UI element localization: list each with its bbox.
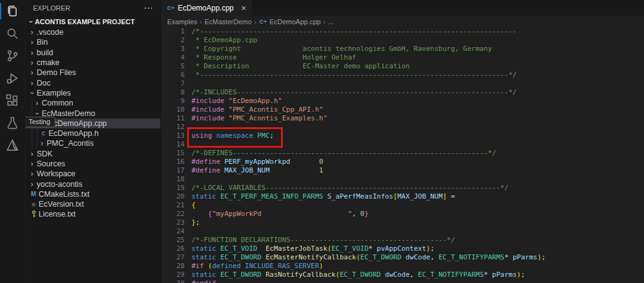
tree-item-ecdemoapp-h[interactable]: CEcDemoApp.h xyxy=(25,128,160,138)
tree-item-build[interactable]: ›build xyxy=(25,48,160,58)
activity-item-testing[interactable] xyxy=(0,112,25,134)
code-token: , xyxy=(352,210,360,218)
tree-item-doc[interactable]: ›Doc xyxy=(25,78,160,88)
code-line-24[interactable]: 24 xyxy=(161,227,644,236)
code-token: #include xyxy=(191,97,224,105)
code-line-9[interactable]: 9#include "EcDemoApp.h" xyxy=(161,97,644,106)
code-line-19[interactable]: 19/*-LOCAL VARIABLES--------------------… xyxy=(161,184,644,192)
chevron-right-icon: › xyxy=(28,28,36,37)
code-line-3[interactable]: 3 * Copyright acontis technologies GmbH,… xyxy=(161,45,644,53)
code-line-25[interactable]: 25/*-FUNCTION DECLARATIONS--------------… xyxy=(161,236,644,245)
code-token: EcMasterNotifyCallback xyxy=(265,253,356,261)
code-line-27[interactable]: 27static EC_T_DWORD EcMasterNotifyCallba… xyxy=(161,253,644,262)
tree-item-ecversion-txt[interactable]: ≡EcVersion.txt xyxy=(25,199,160,209)
code-line-17[interactable]: 17#define MAX_JOB_NUM 1 xyxy=(161,166,644,175)
breadcrumb-item-ecmasterdemo[interactable]: EcMasterDemo xyxy=(205,18,252,25)
code-token: EcMasterJobTask xyxy=(265,245,327,253)
tree-item-examples[interactable]: ›Examples xyxy=(25,88,160,98)
code-line-12[interactable]: 12 xyxy=(161,123,644,132)
close-icon[interactable]: × xyxy=(241,4,246,12)
code-line-6[interactable]: 6 *-------------------------------------… xyxy=(161,71,644,79)
code-token: defined xyxy=(212,262,241,270)
activity-item-extensions[interactable] xyxy=(0,89,25,112)
code-token xyxy=(224,106,229,114)
code-token xyxy=(257,245,265,253)
code-editor[interactable]: 1/*-------------------------------------… xyxy=(161,27,644,283)
line-number: 23 xyxy=(161,218,185,227)
line-number: 6 xyxy=(161,71,185,79)
code-token: EC_T_VOID xyxy=(220,245,257,253)
explorer-sidebar: EXPLORER ⋯ › ACONTIS EXAMPLE PROJECT ›.v… xyxy=(25,0,161,283)
code-line-10[interactable]: 10#include "PMC_Acontis_Cpp_API.h" xyxy=(161,106,644,114)
code-line-11[interactable]: 11#include "PMC_Acontis_Examples.h" xyxy=(161,114,644,123)
code-line-4[interactable]: 4 * Response Holger Oelhaf xyxy=(161,53,644,62)
code-line-2[interactable]: 2 * EcDemoApp.cpp xyxy=(161,36,644,45)
tree-item-license-txt[interactable]: License.txt xyxy=(25,209,160,219)
tree-item--vscode[interactable]: ›.vscode xyxy=(25,27,160,37)
chevron-right-icon: › xyxy=(33,99,41,107)
line-number: 8 xyxy=(161,88,185,97)
c-header-file-icon: C xyxy=(39,130,48,137)
tree-item-pmc-acontis[interactable]: ›PMC_Acontis xyxy=(25,138,160,148)
code-line-22[interactable]: 22 {"myAppWorkPd ", 0} xyxy=(161,210,644,218)
tree-item-label: Bin xyxy=(37,38,48,47)
breadcrumb-item-ecdemoapp-cpp[interactable]: C+EcDemoApp.cpp xyxy=(259,18,321,25)
tree-item-cmake[interactable]: ›cmake xyxy=(25,58,160,68)
breadcrumb-separator: › xyxy=(254,18,257,25)
code-line-13[interactable]: 13using namespace PMC; xyxy=(161,132,644,140)
code-token: pvAppContext xyxy=(377,245,426,253)
code-line-1[interactable]: 1/*-------------------------------------… xyxy=(161,27,644,36)
tree-item-sdk[interactable]: ›SDK xyxy=(25,149,160,159)
tree-item-demo-files[interactable]: ›Demo Files xyxy=(25,68,160,78)
tree-item-common[interactable]: ›Common xyxy=(25,98,160,108)
code-line-14[interactable]: 14 xyxy=(161,140,644,149)
code-line-29[interactable]: 29static EC_T_DWORD RasNotifyCallback(EC… xyxy=(161,271,644,279)
code-line-8[interactable]: 8/*-INCLUDES----------------------------… xyxy=(161,88,644,97)
tree-item-bin[interactable]: ›Bin xyxy=(25,37,160,47)
breadcrumb-item--[interactable]: ... xyxy=(328,18,334,25)
project-root-label: ACONTIS EXAMPLE PROJECT xyxy=(35,18,135,25)
code-line-15[interactable]: 15/*-DEFINES----------------------------… xyxy=(161,149,644,158)
code-token: * xyxy=(504,253,512,261)
tree-item-workspace[interactable]: ›Workspace xyxy=(25,169,160,179)
sidebar-more-actions-icon[interactable]: ⋯ xyxy=(144,5,153,11)
tree-item-sources[interactable]: ›Sources xyxy=(25,159,160,169)
tree-item-cmakelists-txt[interactable]: MCMakeLists.txt xyxy=(25,189,160,199)
code-token: /*-DEFINES------------------------------… xyxy=(191,149,496,157)
breadcrumb-label: ... xyxy=(328,18,334,25)
code-line-5[interactable]: 5 * Description EC-Master demo applicati… xyxy=(161,62,644,71)
activity-item-source-control[interactable] xyxy=(0,45,25,67)
activity-item-search[interactable] xyxy=(0,22,25,45)
code-line-26[interactable]: 26static EC_T_VOID EcMasterJobTask(EC_T_… xyxy=(161,245,644,253)
tree-item-yocto-acontis[interactable]: ›yocto-acontis xyxy=(25,179,160,189)
code-token: /*-LOCAL VARIABLES----------------------… xyxy=(191,184,508,192)
code-token: EC_T_DWORD xyxy=(361,253,402,261)
code-token: } xyxy=(364,210,369,218)
code-line-28[interactable]: 28#if (defined INCLUDE_RAS_SERVER) xyxy=(161,262,644,271)
code-line-16[interactable]: 16#define PERF_myAppWorkpd 0 xyxy=(161,158,644,166)
code-token: "EcDemoApp.h" xyxy=(229,97,282,105)
activity-item-cmake-tools[interactable] xyxy=(0,134,25,156)
license-file-icon xyxy=(29,210,38,218)
code-line-20[interactable]: 20static EC_T_PERF_MEAS_INFO_PARMS S_aPe… xyxy=(161,192,644,201)
code-token: "myAppWorkPd " xyxy=(212,210,352,218)
code-token: static xyxy=(191,192,216,200)
tree-item-label: Common xyxy=(42,99,73,107)
code-token: static xyxy=(191,245,216,253)
breadcrumb-item-examples[interactable]: Examples xyxy=(167,18,197,25)
tab-ecdemoapp-cpp[interactable]: C+ EcDemoApp.cpp × xyxy=(161,0,252,16)
code-line-21[interactable]: 21{ xyxy=(161,201,644,210)
code-line-18[interactable]: 18 xyxy=(161,175,644,184)
activity-item-explorer[interactable] xyxy=(0,0,25,22)
code-token: dwCode xyxy=(385,271,410,279)
code-line-30[interactable]: 30#endif xyxy=(161,279,644,283)
code-line-7[interactable]: 7 xyxy=(161,79,644,88)
tree-item-label: Demo Files xyxy=(37,68,76,77)
code-token xyxy=(191,210,208,218)
project-root-folder[interactable]: › ACONTIS EXAMPLE PROJECT xyxy=(25,16,160,27)
code-line-23[interactable]: 23}; xyxy=(161,218,644,227)
code-token: S_aPerfMeasInfos xyxy=(328,192,393,200)
activity-item-run-and-debug[interactable] xyxy=(0,67,25,89)
line-number: 19 xyxy=(161,184,185,192)
code-token: MAX_JOB_NUM xyxy=(224,166,270,174)
